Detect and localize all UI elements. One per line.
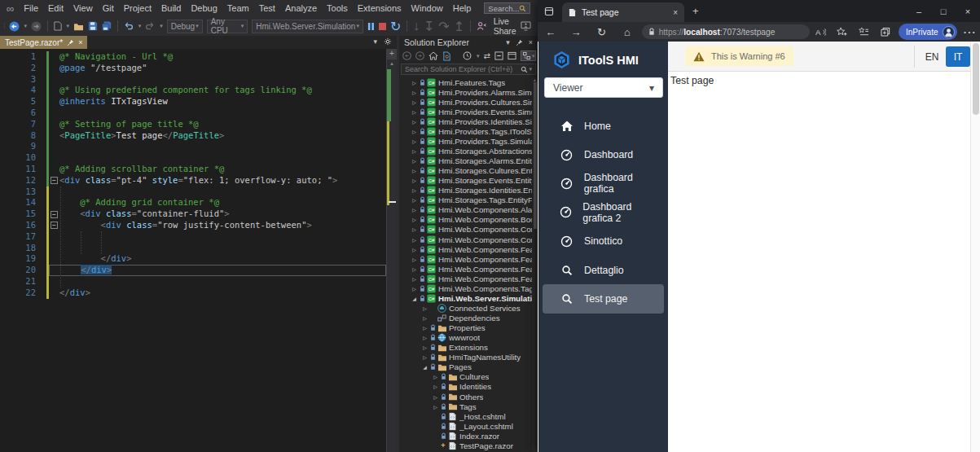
tree-item-hmi-web-components-core-vanilla[interactable]: ▷C#Hmi.Web.Components.Core.Vanilla bbox=[399, 235, 532, 244]
collapsed-arrow-icon[interactable]: ▷ bbox=[421, 344, 428, 350]
tree-item-hmi-providers-events-simulation[interactable]: ▷C#Hmi.Providers.Events.Simulation bbox=[399, 107, 532, 116]
panel-position-dropdown-icon[interactable]: ▾ bbox=[506, 38, 510, 46]
collapsed-arrow-icon[interactable]: ▷ bbox=[411, 187, 418, 193]
tree-item-hmi-providers-cultures-simulation[interactable]: ▷C#Hmi.Providers.Cultures.Simulation bbox=[399, 97, 532, 107]
collapsed-arrow-icon[interactable]: ▷ bbox=[421, 354, 428, 360]
collapsed-arrow-icon[interactable]: ▷ bbox=[411, 247, 418, 252]
configuration-dropdown[interactable]: Debug▾ bbox=[167, 20, 203, 33]
pending-changes-filter-icon[interactable] bbox=[463, 51, 472, 60]
browser-maximize-button[interactable]: □ bbox=[931, 0, 956, 22]
code-line-8[interactable]: 8<PageTitle>Test page</PageTitle> bbox=[0, 130, 386, 142]
save-icon[interactable] bbox=[88, 21, 98, 31]
fold-marker[interactable]: − bbox=[49, 220, 59, 231]
pin-panel-icon[interactable] bbox=[516, 39, 523, 46]
open-file-icon[interactable] bbox=[73, 22, 84, 31]
code-line-1[interactable]: 1@* Navigation - Url *@ bbox=[0, 51, 386, 63]
language-button-it[interactable]: IT bbox=[946, 46, 970, 67]
code-line-18[interactable]: 18 bbox=[0, 243, 386, 254]
nav-item-home[interactable]: Home bbox=[543, 112, 664, 140]
browser-home-icon[interactable]: ⌂ bbox=[614, 26, 639, 38]
platform-dropdown[interactable]: Any CPU▾ bbox=[207, 20, 248, 33]
tree-item-hmi-features-tags[interactable]: ▷C#Hmi.Features.Tags bbox=[399, 77, 532, 87]
scroll-up-arrow-icon[interactable]: ▲ bbox=[387, 61, 397, 66]
collapsed-arrow-icon[interactable]: ▷ bbox=[411, 178, 418, 183]
collapsed-arrow-icon[interactable]: ▷ bbox=[411, 138, 418, 144]
tree-item-tags[interactable]: ▷Tags bbox=[399, 402, 532, 411]
tree-item-hmi-web-components-bootstrap[interactable]: ▷C#Hmi.Web.Components.Bootstrap bbox=[399, 215, 532, 225]
language-button-en[interactable]: EN bbox=[921, 46, 943, 67]
show-all-files-toggle[interactable]: ▾ bbox=[521, 50, 537, 61]
live-share-label[interactable]: Live Share bbox=[494, 16, 516, 36]
menu-file[interactable]: File bbox=[19, 2, 43, 15]
code-line-10[interactable]: 10 bbox=[0, 152, 386, 164]
tree-item-hmi-web-server-simulation[interactable]: ◢C#Hmi.Web.Server.Simulation bbox=[399, 293, 532, 303]
tree-item-hmitagnamesutility[interactable]: ▷HmiTagNamesUtility bbox=[399, 353, 532, 362]
tree-item-hmi-web-components-feature-core[interactable]: ▷C#Hmi.Web.Components.Feature.Core bbox=[399, 254, 532, 264]
tree-item-testpage-razor[interactable]: +TestPage.razor bbox=[399, 441, 532, 450]
tree-item-dependencies[interactable]: ▷Dependencies bbox=[399, 314, 532, 323]
tree-item-hmi-web-components-alarms-vanilla[interactable]: ▷C#Hmi.Web.Components.Alarms.Vanilla bbox=[399, 205, 532, 215]
tree-item-hmi-providers-alarms-simulation[interactable]: ▷C#Hmi.Providers.Alarms.Simulation bbox=[399, 87, 532, 97]
live-share-icon[interactable] bbox=[477, 21, 487, 31]
menu-window[interactable]: Window bbox=[407, 2, 448, 15]
code-line-20[interactable]: 20 </div> bbox=[0, 265, 386, 276]
warning-banner[interactable]: This is Warning #6 bbox=[685, 46, 793, 66]
collapsed-arrow-icon[interactable]: ▷ bbox=[411, 168, 418, 173]
code-line-11[interactable]: 11@* Adding scrollbar container *@ bbox=[0, 164, 386, 175]
navigate-forward-icon[interactable] bbox=[31, 21, 42, 32]
code-line-5[interactable]: 5@inherits ITxTagsView bbox=[0, 96, 386, 108]
tree-item--host-cshtml[interactable]: _Host.cshtml bbox=[399, 411, 532, 421]
code-line-15[interactable]: 15− <div class="container-fluid"> bbox=[0, 208, 386, 220]
favorites-icon[interactable] bbox=[853, 27, 875, 37]
tree-item-hmi-web-components-feature-alarms[interactable]: ▷C#Hmi.Web.Components.Feature.Alarms bbox=[399, 244, 532, 254]
presenter-icon[interactable] bbox=[521, 21, 531, 31]
solution-explorer-scrollbar[interactable]: ▲ bbox=[532, 77, 538, 452]
expanded-arrow-icon[interactable]: ◢ bbox=[421, 364, 428, 370]
collapse-region-icon[interactable]: − bbox=[51, 177, 58, 184]
role-selector-dropdown[interactable]: Viewer ▾ bbox=[544, 77, 663, 98]
code-line-6[interactable]: 6 bbox=[0, 108, 386, 119]
collapsed-arrow-icon[interactable]: ▷ bbox=[411, 276, 418, 282]
code-line-4[interactable]: 4@* Using predefined component for tags … bbox=[0, 85, 386, 96]
code-line-9[interactable]: 9 bbox=[0, 141, 386, 152]
code-line-14[interactable]: 14 @* Adding grid container *@ bbox=[0, 197, 386, 208]
collapsed-arrow-icon[interactable]: ▷ bbox=[411, 286, 418, 292]
collapsed-arrow-icon[interactable]: ▷ bbox=[411, 197, 418, 203]
collapsed-arrow-icon[interactable]: ▷ bbox=[411, 226, 418, 232]
browser-minimize-button[interactable]: – bbox=[907, 0, 931, 22]
collapsed-arrow-icon[interactable]: ▷ bbox=[411, 129, 418, 134]
collapsed-arrow-icon[interactable]: ▷ bbox=[421, 325, 428, 331]
navigate-back-icon[interactable] bbox=[9, 21, 20, 32]
collapsed-arrow-icon[interactable]: ▷ bbox=[411, 217, 418, 222]
refresh-icon[interactable]: ↻ bbox=[589, 26, 614, 38]
collapsed-arrow-icon[interactable]: ▷ bbox=[432, 384, 439, 389]
close-browser-tab-icon[interactable]: × bbox=[673, 8, 678, 17]
tree-item-hmi-storages-identities-entityframework[interactable]: ▷C#Hmi.Storages.Identities.EntityFramewo… bbox=[399, 186, 532, 195]
menu-test[interactable]: Test bbox=[254, 2, 280, 15]
browser-tab[interactable]: Test page × bbox=[562, 2, 684, 22]
expanded-arrow-icon[interactable]: ◢ bbox=[411, 296, 418, 301]
collections-icon[interactable] bbox=[875, 27, 897, 37]
code-line-17[interactable]: 17 bbox=[0, 231, 386, 243]
nav-item-dettaglio[interactable]: Dettaglio bbox=[543, 256, 664, 284]
code-line-21[interactable]: 21 bbox=[0, 276, 386, 287]
collapse-all-icon[interactable] bbox=[494, 51, 503, 60]
new-tab-icon[interactable]: + bbox=[692, 5, 699, 17]
redo-icon[interactable] bbox=[145, 22, 155, 30]
collapsed-arrow-icon[interactable]: ▷ bbox=[432, 404, 439, 410]
code-line-13[interactable]: 13 bbox=[0, 187, 386, 198]
nav-item-dashboard[interactable]: Dashboard bbox=[543, 140, 664, 169]
code-line-12[interactable]: 12−<div class="pt-4" style="flex: 1; ove… bbox=[0, 175, 386, 187]
restart-debug-icon[interactable]: ↻ bbox=[390, 19, 401, 34]
tree-item-hmi-web-components-core[interactable]: ▷C#Hmi.Web.Components.Core bbox=[399, 225, 532, 235]
forward-icon[interactable]: → bbox=[563, 26, 588, 38]
menu-edit[interactable]: Edit bbox=[43, 2, 68, 15]
add-favorite-icon[interactable] bbox=[832, 27, 854, 37]
tree-item-hmi-providers-tags-itools[interactable]: ▷C#Hmi.Providers.Tags.IToolS bbox=[399, 126, 532, 136]
tree-item-connected-services[interactable]: ▷Connected Services bbox=[399, 303, 532, 313]
tree-item-hmi-storages-abstractions-entityframework[interactable]: ▷C#Hmi.Storages.Abstractions.EntityFrame… bbox=[399, 146, 532, 156]
code-line-3[interactable]: 3 bbox=[0, 74, 386, 86]
page-scrollbar[interactable] bbox=[970, 42, 980, 452]
collapsed-arrow-icon[interactable]: ▷ bbox=[432, 394, 439, 400]
tree-item-others[interactable]: ▷Others bbox=[399, 392, 532, 402]
